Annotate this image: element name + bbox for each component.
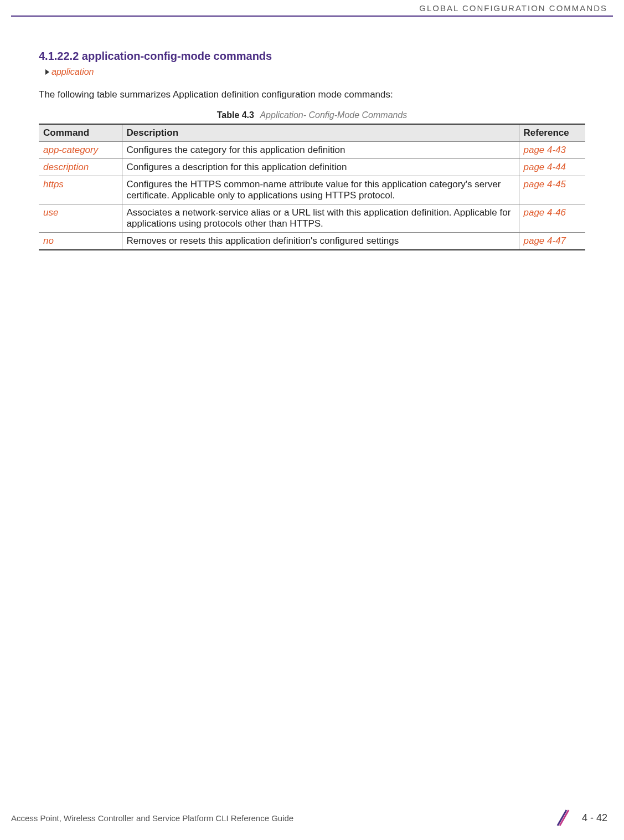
slash-icon — [552, 808, 572, 828]
description-cell: Configures the category for this applica… — [122, 142, 519, 159]
reference-link[interactable]: page 4-45 — [524, 179, 566, 189]
table-row: description Configures a description for… — [39, 159, 585, 176]
table-row: https Configures the HTTPS common-name a… — [39, 176, 585, 204]
header-description: Description — [122, 124, 519, 142]
intro-text: The following table summarizes Applicati… — [39, 89, 585, 100]
description-cell: Associates a network-service alias or a … — [122, 204, 519, 233]
description-cell: Configures the HTTPS common-name attribu… — [122, 176, 519, 204]
application-link-row: application — [39, 67, 585, 77]
footer-right: 4 - 42 — [552, 808, 607, 828]
header-divider — [11, 16, 613, 17]
reference-link[interactable]: page 4-44 — [524, 162, 566, 172]
table-header-row: Command Description Reference — [39, 124, 585, 142]
table-caption: Table 4.3 Application- Config-Mode Comma… — [39, 110, 585, 120]
command-link[interactable]: description — [43, 162, 89, 172]
header-command: Command — [39, 124, 122, 142]
command-link[interactable]: https — [43, 179, 64, 189]
table-caption-label: Table 4.3 — [217, 110, 254, 120]
command-table: Command Description Reference app-catego… — [39, 124, 585, 250]
reference-link[interactable]: page 4-43 — [524, 145, 566, 155]
table-caption-title: Application- Config-Mode Commands — [260, 110, 407, 120]
page-footer: Access Point, Wireless Controller and Se… — [11, 808, 607, 828]
table-row: no Removes or resets this application de… — [39, 233, 585, 250]
command-link[interactable]: no — [43, 235, 54, 246]
section-heading: 4.1.22.2 application-config-mode command… — [39, 50, 585, 63]
description-cell: Removes or resets this application defin… — [122, 233, 519, 250]
application-link[interactable]: application — [51, 67, 94, 77]
page-number: 4 - 42 — [582, 812, 607, 824]
page-content: 4.1.22.2 application-config-mode command… — [39, 50, 585, 250]
command-link[interactable]: app-category — [43, 145, 98, 155]
table-row: use Associates a network-service alias o… — [39, 204, 585, 233]
footer-guide-title: Access Point, Wireless Controller and Se… — [11, 813, 293, 823]
reference-link[interactable]: page 4-46 — [524, 207, 566, 218]
header-title: GLOBAL CONFIGURATION COMMANDS — [419, 3, 607, 13]
command-link[interactable]: use — [43, 207, 58, 218]
reference-link[interactable]: page 4-47 — [524, 235, 566, 246]
description-cell: Configures a description for this applic… — [122, 159, 519, 176]
table-row: app-category Configures the category for… — [39, 142, 585, 159]
triangle-right-icon — [45, 69, 49, 75]
header-reference: Reference — [519, 124, 585, 142]
